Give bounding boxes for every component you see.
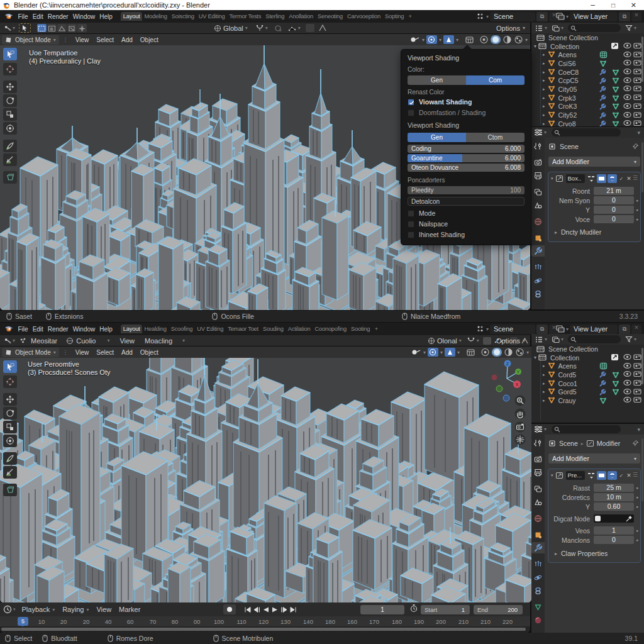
svg-text:X: X — [516, 382, 519, 387]
svg-text:Z: Z — [506, 362, 509, 366]
svg-text:Y: Y — [517, 370, 520, 374]
